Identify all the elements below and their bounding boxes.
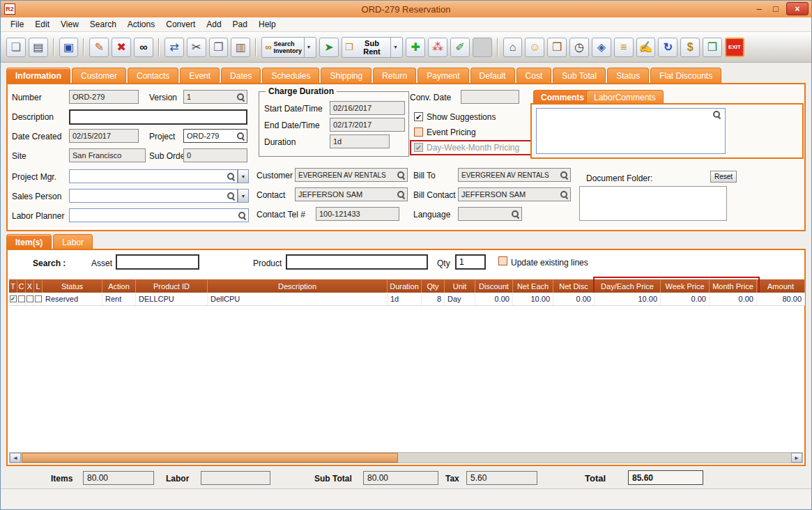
- labor-planner-magnifier-icon[interactable]: [238, 212, 246, 219]
- col-net-each[interactable]: Net Each: [513, 279, 553, 293]
- tab-customer[interactable]: Customer: [72, 68, 126, 83]
- version-field[interactable]: 1: [183, 90, 247, 104]
- comments-textarea[interactable]: [536, 108, 726, 154]
- edit-button[interactable]: ✎: [89, 38, 109, 57]
- asset-input[interactable]: [116, 254, 199, 270]
- col-qty[interactable]: Qty: [422, 279, 445, 293]
- reset-button[interactable]: Reset: [710, 171, 737, 183]
- tab-dates[interactable]: Dates: [221, 68, 261, 83]
- event-pricing-checkbox[interactable]: [414, 128, 423, 137]
- update-existing-lines-checkbox[interactable]: [498, 256, 507, 265]
- qty-input[interactable]: [455, 254, 486, 270]
- customer-field[interactable]: EVERGREEN AV RENTALS: [295, 168, 408, 182]
- blank-button[interactable]: [473, 38, 492, 57]
- scroll-right-arrow[interactable]: ►: [791, 453, 802, 463]
- col-month-price[interactable]: Month Price: [710, 279, 757, 293]
- note-button[interactable]: ✐: [450, 38, 470, 57]
- print-button[interactable]: ▤: [29, 38, 48, 57]
- tab-status[interactable]: Status: [607, 68, 649, 83]
- contact-magnifier-icon[interactable]: [397, 191, 405, 199]
- menu-edit[interactable]: Edit: [29, 18, 55, 31]
- horizontal-scrollbar[interactable]: ◄ ►: [9, 452, 803, 463]
- product-input[interactable]: [286, 254, 428, 270]
- col-day-each-price[interactable]: Day/Each Price: [595, 279, 661, 293]
- tab-information[interactable]: Information: [6, 68, 70, 83]
- col-unit[interactable]: Unit: [445, 279, 475, 293]
- row-x-checkbox[interactable]: [26, 295, 33, 302]
- project-magnifier-icon[interactable]: [237, 132, 245, 140]
- bill-contact-magnifier-icon[interactable]: [560, 191, 568, 199]
- col-status[interactable]: Status: [43, 279, 102, 293]
- title-bar[interactable]: R2 ORD-279 Reservation – □ ×: [1, 1, 811, 17]
- tab-event[interactable]: Event: [180, 68, 220, 83]
- tab-shipping[interactable]: Shipping: [321, 68, 371, 83]
- menu-pad[interactable]: Pad: [227, 18, 253, 31]
- tab-comments[interactable]: Comments: [533, 90, 592, 104]
- save-button[interactable]: ▣: [59, 38, 79, 57]
- group-button[interactable]: ⁂: [428, 38, 447, 57]
- col-l[interactable]: L: [34, 279, 43, 293]
- bill-contact-field[interactable]: JEFFERSON SAM: [458, 187, 571, 201]
- menu-add[interactable]: Add: [201, 18, 227, 31]
- bill-to-magnifier-icon[interactable]: [560, 171, 568, 179]
- document-folder-box[interactable]: [579, 186, 727, 221]
- col-c[interactable]: C: [17, 279, 26, 293]
- project-mgr-magnifier-icon[interactable]: [227, 173, 235, 180]
- edit-notes-button[interactable]: ✍: [636, 38, 656, 57]
- table-row[interactable]: ✔ Reserved Rent DELLCPU DellCPU 1d 8 Day…: [9, 293, 805, 306]
- bill-to-field[interactable]: EVERGREEN AV RENTALS: [458, 168, 571, 182]
- menu-convert[interactable]: Convert: [160, 18, 201, 31]
- copy-button[interactable]: ❐: [209, 38, 229, 57]
- branch-button[interactable]: ➤: [319, 38, 339, 57]
- labor-planner-field[interactable]: [69, 208, 249, 222]
- cut-button[interactable]: ✂: [187, 38, 206, 57]
- package-button[interactable]: ❒: [547, 38, 567, 57]
- scroll-left-arrow[interactable]: ◄: [10, 453, 21, 463]
- tab-labor-comments[interactable]: LaborComments: [586, 90, 664, 104]
- asset-button[interactable]: ◈: [592, 38, 611, 57]
- tab-labor[interactable]: Labor: [53, 234, 93, 249]
- col-product-id[interactable]: Product ID: [136, 279, 208, 293]
- row-t-checkbox[interactable]: ✔: [10, 295, 17, 302]
- maximize-button[interactable]: □: [769, 3, 782, 14]
- refresh-button[interactable]: ↻: [658, 38, 677, 57]
- tab-sub-total[interactable]: Sub Total: [553, 68, 606, 83]
- number-field[interactable]: ORD-279: [69, 90, 139, 104]
- site-print-button[interactable]: ⌂: [503, 38, 523, 57]
- project-field[interactable]: ORD-279: [183, 129, 247, 143]
- close-button[interactable]: ×: [786, 2, 809, 15]
- tab-default[interactable]: Default: [470, 68, 515, 83]
- search-inventory-dropdown[interactable]: ▼: [304, 38, 313, 57]
- sub-rent-button[interactable]: ❒ Sub Rent ▼: [342, 37, 403, 58]
- exit-button[interactable]: EXIT: [725, 38, 744, 57]
- language-combo[interactable]: [458, 207, 522, 221]
- end-date-field[interactable]: 02/17/2017: [330, 118, 405, 132]
- menu-search[interactable]: Search: [84, 18, 122, 31]
- description-input[interactable]: [69, 109, 247, 125]
- project-mgr-dropdown[interactable]: ▼: [238, 169, 249, 183]
- customer-button[interactable]: ☺: [525, 38, 544, 57]
- row-l-checkbox[interactable]: [35, 295, 42, 302]
- customer-magnifier-icon[interactable]: [397, 171, 405, 179]
- add-line-button[interactable]: ✚: [406, 38, 425, 57]
- convert-button[interactable]: ⇄: [164, 38, 184, 57]
- shipping-button[interactable]: ❒: [703, 38, 722, 57]
- contact-field[interactable]: JEFFERSON SAM: [295, 187, 408, 201]
- col-t[interactable]: T: [9, 279, 17, 293]
- col-amount[interactable]: Amount: [757, 279, 805, 293]
- sales-person-dropdown[interactable]: ▼: [238, 189, 249, 203]
- col-net-disc[interactable]: Net Disc: [553, 279, 595, 293]
- sales-person-combo[interactable]: [69, 189, 238, 203]
- menu-file[interactable]: File: [5, 18, 29, 31]
- version-magnifier-icon[interactable]: [237, 93, 245, 101]
- minimize-button[interactable]: –: [753, 3, 765, 14]
- row-c-checkbox[interactable]: [18, 295, 25, 302]
- menu-view[interactable]: View: [55, 18, 84, 31]
- col-description[interactable]: Description: [208, 279, 388, 293]
- paste-button[interactable]: ▥: [231, 38, 250, 57]
- schedule-button[interactable]: ◷: [569, 38, 589, 57]
- menu-help[interactable]: Help: [253, 18, 282, 31]
- start-date-field[interactable]: 02/16/2017: [330, 101, 405, 115]
- tab-payment[interactable]: Payment: [418, 68, 468, 83]
- search-inventory-button[interactable]: ∞ Search Inventory ▼: [261, 37, 316, 58]
